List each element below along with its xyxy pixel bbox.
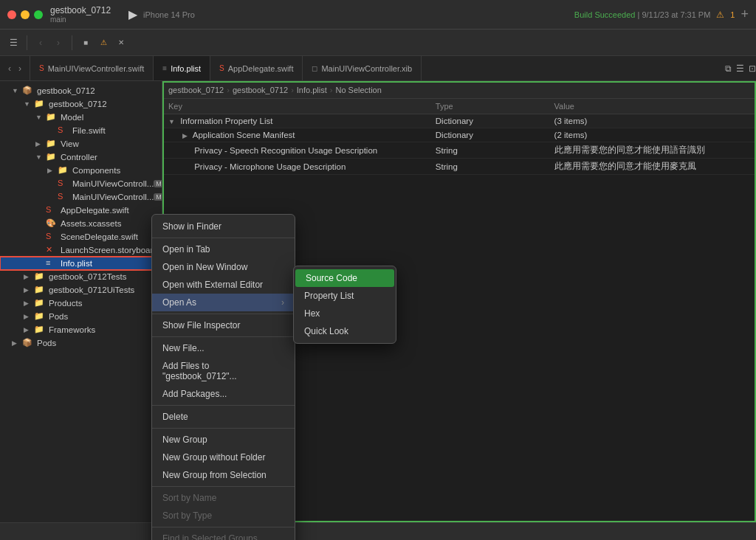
ctx-new-file[interactable]: New File... [152,339,295,357]
ctx-new-group[interactable]: New Group [152,431,295,449]
col-value: Value [549,99,756,114]
sidebar-item-model[interactable]: ▼ 📁 Model [0,111,162,124]
ctx-new-group-no-folder[interactable]: New Group without Folder [152,449,295,466]
ctx-sep-1 [152,238,295,238]
breadcrumb-sep-2: › [291,86,294,94]
ctx-new-group-from-selection[interactable]: New Group from Selection [152,466,295,484]
submenu-property-list[interactable]: Property List [294,287,396,305]
toolbar-divider-1 [27,35,27,50]
sidebar-item-components[interactable]: ▶ 📁 Components [0,164,162,177]
nav-forward-icon[interactable]: › [51,35,66,50]
stop-icon[interactable]: ■ [78,35,93,50]
swift-file-icon-1: S [58,125,69,136]
traffic-lights [7,10,43,19]
sidebar-item-infoplist[interactable]: ≡ Info.plist [0,257,162,270]
tab-info-plist[interactable]: ≡ Info.plist [154,56,210,80]
context-menu: Show in Finder Open in Tab Open in New W… [151,214,295,540]
plist-row-2[interactable]: Privacy - Speech Recognition Usage Descr… [162,142,756,159]
ctx-sort-by-name: Sort by Name [152,489,295,507]
close-button[interactable] [7,10,16,19]
breadcrumb-sep-3: › [330,86,333,94]
warning-count: 1 [730,10,735,19]
ctx-open-in-new-window[interactable]: Open in New Window [152,258,295,276]
plist-icon-sidebar: ≡ [46,258,58,269]
warning-icon: ⚠ [716,10,724,20]
xib-icon: ◻ [312,64,317,72]
sidebar-item-gestbook[interactable]: ▼ 📁 gestbook_0712 [0,97,162,111]
ctx-open-with-external-editor[interactable]: Open with External Editor [152,276,295,294]
folder-icon-gestbook: 📁 [34,99,46,109]
open-as-arrow: › [281,297,284,308]
folder-icon-model: 📁 [46,112,58,122]
sidebar-item-uitests[interactable]: ▶ 📁 gestbook_0712UiTests [0,283,162,297]
error-icon[interactable]: ✕ [114,35,128,50]
tab-forward-arrow[interactable]: › [16,63,24,74]
sidebar-item-pods[interactable]: ▶ 📦 Pods [0,336,162,350]
run-button[interactable]: ▶ [128,7,137,21]
ctx-sep-4 [152,405,295,406]
sidebar-item-controller[interactable]: ▼ 📁 Controller [0,150,162,164]
row0-chevron: ▼ [168,118,175,125]
sidebar-item-tests[interactable]: ▶ 📁 gestbook_0712Tests [0,270,162,283]
toolbar: ☰ ‹ › ■ ⚠ ✕ [0,30,756,56]
sidebar-item-fileswift[interactable]: S File.swift [0,124,162,137]
sidebar-item-mainvc1[interactable]: S MainUIViewControll... M [0,177,162,190]
sidebar-item-view[interactable]: ▶ 📁 View [0,137,162,150]
submenu-open-as: Source Code Property List Hex Quick Look [293,266,396,344]
warning-nav-icon[interactable]: ⚠ [96,35,111,50]
col-key: Key [162,99,430,114]
storyboard-icon: ✕ [46,245,58,255]
minimize-button[interactable] [21,10,30,19]
plist-row-0[interactable]: ▼ Information Property List Dictionary (… [162,114,756,128]
xcode-icon: 📦 [22,86,34,96]
ctx-sort-by-type: Sort by Type [152,507,295,525]
plist-row-3[interactable]: Privacy - Microphone Usage Description S… [162,159,756,175]
badge-m-2: M [154,193,162,201]
sidebar-item-products[interactable]: ▶ 📁 Products [0,297,162,310]
sidebar-item-frameworks[interactable]: ▶ 📁 Frameworks [0,323,162,336]
title-bar: gestbook_0712 main ▶ iPhone 14 Pro Build… [0,0,756,30]
sidebar-item-launchscreen[interactable]: ✕ LaunchScreen.storyboard [0,243,162,257]
ctx-show-in-finder[interactable]: Show in Finder [152,218,295,235]
folder-icon-pods-group: 📁 [34,311,46,322]
ctx-sep-5 [152,428,295,429]
folder-icon-products: 📁 [34,298,46,308]
sidebar-item-appdelegate[interactable]: S AppDelegate.swift [0,204,162,217]
maximize-button[interactable] [34,10,43,19]
editor-options-icon[interactable]: ☰ [736,63,744,74]
plist-row-1[interactable]: ▶ Application Scene Manifest Dictionary … [162,128,756,142]
sidebar-toggle-icon[interactable]: ☰ [6,35,21,50]
sidebar-item-root[interactable]: ▼ 📦 gestbook_0712 [0,84,162,97]
sidebar-item-scenedelegate[interactable]: S SceneDelegate.swift [0,230,162,243]
ctx-show-file-inspector[interactable]: Show File Inspector [152,316,295,334]
submenu-source-code[interactable]: Source Code [295,269,394,287]
ctx-add-files[interactable]: Add Files to "gestbook_0712"... [152,357,295,385]
sidebar-item-pods-group[interactable]: ▶ 📁 Pods [0,310,162,323]
ctx-open-as[interactable]: Open As › [152,294,295,311]
inspector-icon[interactable]: ⊡ [749,63,756,74]
ctx-find-in-selected-groups: Find in Selected Groups... [152,530,295,540]
add-button[interactable]: + [740,7,749,22]
ctx-sep-7 [152,527,295,527]
ctx-open-in-tab[interactable]: Open in Tab [152,240,295,258]
device-target: iPhone 14 Pro [143,10,195,19]
swift-icon-1: S [39,64,44,72]
nav-back-icon[interactable]: ‹ [33,35,48,50]
sidebar-item-assets[interactable]: 🎨 Assets.xcassets [0,217,162,230]
plist-icon: ≡ [162,64,167,72]
folder-icon-controller: 📁 [46,152,58,162]
tab-main-vc-xib[interactable]: ◻ MainUIViewController.xib [303,56,422,80]
tab-back-arrow[interactable]: ‹ [6,63,13,74]
submenu-hex[interactable]: Hex [294,305,396,322]
submenu-quick-look[interactable]: Quick Look [294,322,396,340]
tab-main-vc-swift[interactable]: S MainUIViewController.swift [30,56,154,80]
folder-icon-frameworks: 📁 [34,325,46,335]
ctx-delete[interactable]: Delete [152,408,295,426]
ctx-sep-3 [152,336,295,337]
tab-nav-buttons: ‹ › [0,56,30,80]
split-editor-icon[interactable]: ⧉ [725,63,732,74]
tab-appdelegate[interactable]: S AppDelegate.swift [210,56,303,80]
swift-icon-2: S [219,64,224,72]
ctx-add-packages[interactable]: Add Packages... [152,385,295,403]
sidebar-item-mainvc2[interactable]: S MainUIViewControll... M [0,190,162,204]
